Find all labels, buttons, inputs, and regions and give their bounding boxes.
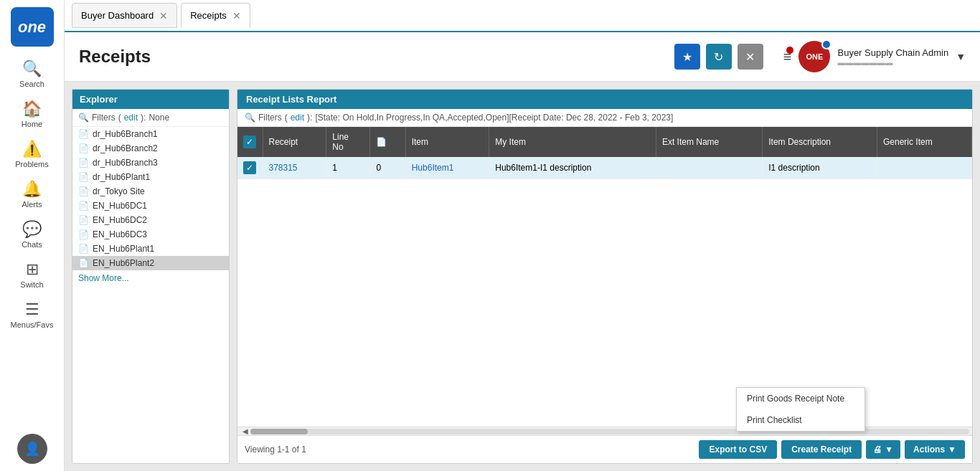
tab-receipts[interactable]: Receipts ✕ — [181, 3, 250, 28]
close-button[interactable]: ✕ — [738, 44, 763, 70]
header-actions: ★ ↻ ✕ ≡ ONE Buyer Supply Chain Admin ▬▬▬… — [674, 41, 966, 72]
col-doc[interactable]: 📄 — [370, 127, 405, 157]
sidebar-item-problems[interactable]: ⚠️ Problems — [0, 134, 64, 174]
col-my-item[interactable]: My Item — [489, 127, 656, 157]
tab-close-buyer-dashboard[interactable]: ✕ — [159, 10, 168, 22]
select-all-checkbox[interactable]: ✓ — [243, 135, 256, 148]
explorer-item-4[interactable]: 📄 dr_Tokyo Site — [72, 184, 229, 199]
actions-dropdown-arrow: ▼ — [948, 444, 956, 455]
row-receipt[interactable]: 378315 — [263, 157, 326, 179]
user-initials: ONE — [806, 52, 824, 61]
scrollbar-thumb[interactable] — [250, 429, 308, 434]
search-icon-report: 🔍 — [245, 113, 255, 123]
report-filters-edit-link[interactable]: edit — [291, 113, 304, 123]
chats-icon: 💬 — [22, 220, 42, 239]
filters-value: None — [149, 113, 169, 123]
doc-icon-4: 📄 — [78, 186, 89, 196]
sidebar-item-chats[interactable]: 💬 Chats — [0, 214, 64, 254]
explorer-item-label-7: EN_Hub6DC3 — [93, 229, 147, 239]
context-menu-item-print-goods[interactable]: Print Goods Receipt Note — [737, 388, 864, 409]
row-item[interactable]: Hub6Item1 — [405, 157, 489, 179]
explorer-item-6[interactable]: 📄 EN_Hub6DC2 — [72, 213, 229, 227]
context-menu-item-print-checklist[interactable]: Print Checklist — [737, 409, 864, 431]
explorer-item-5[interactable]: 📄 EN_Hub6DC1 — [72, 199, 229, 213]
receipts-table: ✓ Receipt LineNo 📄 Item My Item Ext Item… — [237, 127, 972, 179]
report-filters-value: [State: On Hold,In Progress,In QA,Accept… — [315, 113, 673, 123]
table-header-row: ✓ Receipt LineNo 📄 Item My Item Ext Item… — [237, 127, 972, 157]
row-my-item: Hub6Item1-I1 description — [489, 157, 656, 179]
explorer-title: Explorer — [80, 94, 118, 105]
sidebar-label-menus: Menus/Favs — [11, 320, 54, 329]
print-checklist-label: Print Checklist — [747, 415, 802, 425]
header-right: ≡ ONE Buyer Supply Chain Admin ▬▬▬▬▬▬▬ ▼ — [783, 41, 966, 72]
user-avatar-sidebar[interactable]: 👤 — [17, 434, 47, 464]
explorer-item-label-8: EN_Hub6Plant1 — [93, 244, 154, 254]
explorer-item-3[interactable]: 📄 dr_Hub6Plant1 — [72, 170, 229, 184]
sidebar-item-alerts[interactable]: 🔔 Alerts — [0, 174, 64, 214]
report-filters-label: Filters — [258, 113, 282, 123]
footer-bar: Viewing 1-1 of 1 Export to CSV Create Re… — [237, 435, 972, 463]
explorer-item-9[interactable]: 📄 EN_Hub6Plant2 — [72, 256, 229, 270]
sidebar-item-search[interactable]: 🔍 Search — [0, 54, 64, 94]
report-header: Receipt Lists Report — [237, 90, 972, 109]
explorer-item-8[interactable]: 📄 EN_Hub6Plant1 — [72, 242, 229, 256]
viewing-text: Viewing 1-1 of 1 — [245, 444, 306, 455]
context-menu: Print Goods Receipt Note Print Checklist — [736, 387, 865, 432]
row-checkbox[interactable]: ✓ — [243, 161, 256, 174]
doc-icon-7: 📄 — [78, 229, 89, 239]
user-dropdown-arrow[interactable]: ▼ — [956, 51, 966, 62]
row-check[interactable]: ✓ — [237, 157, 263, 179]
doc-icon-6: 📄 — [78, 215, 89, 225]
topbar: Buyer Dashboard ✕ Receipts ✕ — [65, 0, 980, 32]
sidebar-label-switch: Switch — [20, 280, 43, 289]
actions-dropdown-button[interactable]: Actions ▼ — [905, 440, 965, 459]
show-more-link[interactable]: Show More... — [72, 270, 229, 286]
explorer-item-label-3: dr_Hub6Plant1 — [93, 172, 150, 182]
avatar-icon: 👤 — [24, 441, 40, 457]
doc-icon-8: 📄 — [78, 244, 89, 254]
sidebar-item-home[interactable]: 🏠 Home — [0, 94, 64, 134]
table-row[interactable]: ✓ 378315 1 0 Hub6Item1 Hub6Item1-I1 desc… — [237, 157, 972, 179]
explorer-header: Explorer — [72, 90, 229, 109]
sidebar-label-search: Search — [19, 80, 44, 88]
favorite-button[interactable]: ★ — [674, 44, 700, 70]
sidebar-label-problems: Problems — [15, 160, 48, 168]
explorer-item-0[interactable]: 📄 dr_Hub6Branch1 — [72, 127, 229, 141]
col-item[interactable]: Item — [405, 127, 489, 157]
user-avatar[interactable]: ONE — [798, 41, 830, 72]
explorer-item-7[interactable]: 📄 EN_Hub6DC3 — [72, 227, 229, 242]
export-csv-button[interactable]: Export to CSV — [699, 440, 777, 459]
page-header: Receipts ★ ↻ ✕ ≡ ONE Buyer Supply Chain … — [65, 32, 980, 82]
explorer-item-1[interactable]: 📄 dr_Hub6Branch2 — [72, 141, 229, 156]
print-dropdown-arrow[interactable]: ▼ — [885, 444, 893, 455]
table-wrapper: ✓ Receipt LineNo 📄 Item My Item Ext Item… — [237, 127, 972, 427]
col-receipt[interactable]: Receipt — [263, 127, 326, 157]
create-receipt-button[interactable]: Create Receipt — [781, 440, 862, 459]
print-button[interactable]: 🖨 ▼ — [866, 440, 900, 459]
actions-label: Actions — [913, 444, 945, 455]
sidebar-item-switch[interactable]: ⊞ Switch — [0, 254, 64, 295]
tab-buyer-dashboard[interactable]: Buyer Dashboard ✕ — [72, 3, 177, 28]
main-content: Buyer Dashboard ✕ Receipts ✕ Receipts ★ … — [65, 0, 980, 471]
search-icon-explorer: 🔍 — [78, 113, 89, 123]
col-ext-item-name[interactable]: Ext Item Name — [656, 127, 762, 157]
menu-button[interactable]: ≡ — [783, 49, 792, 65]
show-more-label: Show More... — [78, 273, 129, 283]
scroll-left-arrow[interactable]: ◀ — [240, 427, 250, 435]
col-item-description[interactable]: Item Description — [763, 127, 877, 157]
row-ext-item-name — [656, 157, 762, 179]
filters-edit-link[interactable]: edit — [124, 113, 138, 123]
explorer-item-2[interactable]: 📄 dr_Hub6Branch3 — [72, 156, 229, 170]
report-title: Receipt Lists Report — [246, 94, 336, 105]
col-line-no[interactable]: LineNo — [326, 127, 370, 157]
explorer-item-label-1: dr_Hub6Branch2 — [93, 143, 158, 153]
col-generic-item[interactable]: Generic Item — [877, 127, 971, 157]
explorer-item-label-6: EN_Hub6DC2 — [93, 215, 147, 225]
tab-label-buyer-dashboard: Buyer Dashboard — [81, 10, 154, 21]
doc-icon-9: 📄 — [78, 258, 89, 268]
refresh-button[interactable]: ↻ — [706, 44, 732, 70]
app-logo[interactable]: one — [11, 7, 54, 47]
menus-icon: ☰ — [25, 300, 39, 319]
sidebar-item-menus[interactable]: ☰ Menus/Favs — [0, 295, 64, 335]
tab-close-receipts[interactable]: ✕ — [232, 10, 241, 22]
